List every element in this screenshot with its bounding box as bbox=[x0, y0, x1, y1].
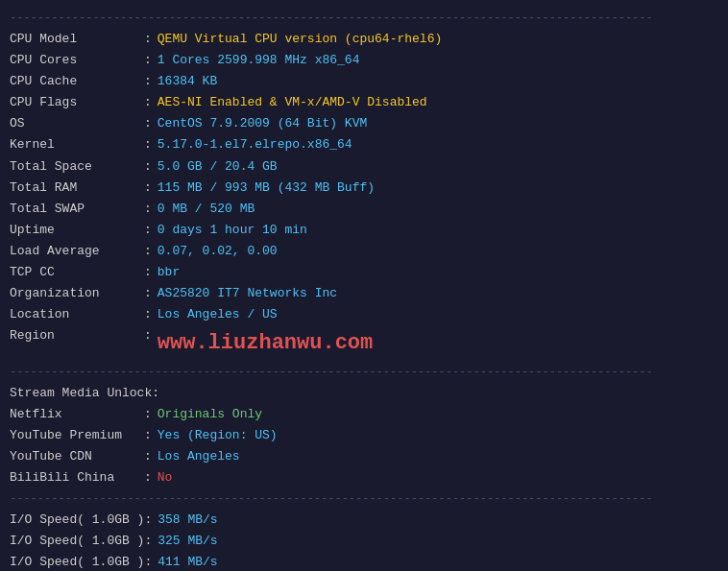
io2-colon: : bbox=[144, 531, 152, 552]
total-swap-value: 0 MB / 520 MB bbox=[158, 199, 255, 220]
io3-label: I/O Speed( 1.0GB ) bbox=[10, 552, 144, 571]
io3-row: I/O Speed( 1.0GB ) : 411 MB/s bbox=[10, 552, 718, 571]
kernel-value: 5.17.0-1.el7.elrepo.x86_64 bbox=[158, 134, 352, 155]
netflix-label: Netflix bbox=[10, 404, 144, 425]
divider-mid1: ----------------------------------------… bbox=[10, 366, 718, 379]
stream-title-label: Stream Media Unlock bbox=[10, 383, 152, 404]
bilibili-label: BiliBili China bbox=[10, 467, 144, 488]
region-colon: : bbox=[144, 325, 152, 361]
total-space-row: Total Space : 5.0 GB / 20.4 GB bbox=[10, 156, 718, 178]
cpu-cache-row: CPU Cache : 16384 KB bbox=[10, 71, 718, 92]
youtube-cdn-label: YouTube CDN bbox=[10, 446, 144, 467]
io1-value: 358 MB/s bbox=[158, 510, 217, 531]
io3-value: 411 MB/s bbox=[158, 552, 217, 571]
tcp-cc-row: TCP CC : bbr bbox=[10, 262, 718, 283]
total-ram-value: 115 MB / 993 MB (432 MB Buff) bbox=[158, 178, 375, 199]
kernel-label: Kernel bbox=[10, 134, 144, 155]
org-value: AS25820 IT7 Networks Inc bbox=[158, 283, 337, 304]
io3-colon: : bbox=[144, 552, 152, 571]
cpu-cache-value: 16384 KB bbox=[158, 71, 217, 92]
os-value: CentOS 7.9.2009 (64 Bit) KVM bbox=[158, 113, 367, 134]
tcp-cc-colon: : bbox=[144, 262, 152, 283]
uptime-value: 0 days 1 hour 10 min bbox=[158, 220, 307, 241]
load-avg-row: Load Average : 0.07, 0.02, 0.00 bbox=[10, 241, 718, 262]
cpu-model-value: QEMU Virtual CPU version (cpu64-rhel6) bbox=[158, 29, 442, 50]
stream-title-colon: : bbox=[152, 383, 159, 404]
total-ram-label: Total RAM bbox=[10, 178, 144, 199]
cpu-cores-row: CPU Cores : 1 Cores 2599.998 MHz x86_64 bbox=[10, 50, 718, 71]
kernel-colon: : bbox=[144, 134, 152, 155]
load-avg-colon: : bbox=[144, 241, 152, 262]
youtube-premium-value: Yes (Region: US) bbox=[158, 425, 278, 446]
youtube-premium-colon: : bbox=[144, 425, 152, 446]
youtube-cdn-value: Los Angeles bbox=[158, 446, 240, 467]
region-row: Region : www.liuzhanwu.com bbox=[10, 325, 718, 361]
location-label: Location bbox=[10, 304, 144, 325]
os-row: OS : CentOS 7.9.2009 (64 Bit) KVM bbox=[10, 113, 718, 134]
youtube-cdn-colon: : bbox=[144, 446, 152, 467]
total-ram-row: Total RAM : 115 MB / 993 MB (432 MB Buff… bbox=[10, 178, 718, 199]
location-colon: : bbox=[144, 304, 152, 325]
os-colon: : bbox=[144, 113, 152, 134]
total-ram-colon: : bbox=[144, 178, 152, 199]
cpu-flags-colon: : bbox=[144, 92, 152, 113]
org-row: Organization : AS25820 IT7 Networks Inc bbox=[10, 283, 718, 304]
org-colon: : bbox=[144, 283, 152, 304]
bilibili-row: BiliBili China : No bbox=[10, 467, 718, 488]
total-swap-colon: : bbox=[144, 199, 152, 220]
netflix-value: Originals Only bbox=[158, 404, 262, 425]
cpu-flags-value: AES-NI Enabled & VM-x/AMD-V Disabled bbox=[158, 92, 427, 113]
bilibili-value: No bbox=[158, 467, 173, 488]
io-section: I/O Speed( 1.0GB ) : 358 MB/s I/O Speed(… bbox=[10, 510, 718, 571]
location-row: Location : Los Angeles / US bbox=[10, 304, 718, 325]
cpu-cores-value: 1 Cores 2599.998 MHz x86_64 bbox=[158, 50, 360, 71]
location-value: Los Angeles / US bbox=[158, 304, 278, 325]
region-watermark: www.liuzhanwu.com bbox=[158, 325, 373, 361]
total-swap-label: Total SWAP bbox=[10, 199, 144, 220]
cpu-flags-row: CPU Flags : AES-NI Enabled & VM-x/AMD-V … bbox=[10, 92, 718, 113]
uptime-label: Uptime bbox=[10, 220, 144, 241]
cpu-model-row: CPU Model : QEMU Virtual CPU version (cp… bbox=[10, 29, 718, 50]
io2-row: I/O Speed( 1.0GB ) : 325 MB/s bbox=[10, 531, 718, 552]
org-label: Organization bbox=[10, 283, 144, 304]
tcp-cc-label: TCP CC bbox=[10, 262, 144, 283]
io1-label: I/O Speed( 1.0GB ) bbox=[10, 510, 144, 531]
io2-value: 325 MB/s bbox=[158, 531, 217, 552]
divider-top: ----------------------------------------… bbox=[10, 12, 718, 25]
total-swap-row: Total SWAP : 0 MB / 520 MB bbox=[10, 199, 718, 220]
total-space-colon: : bbox=[144, 156, 152, 178]
load-avg-label: Load Average bbox=[10, 241, 144, 262]
youtube-premium-row: YouTube Premium : Yes (Region: US) bbox=[10, 425, 718, 446]
load-avg-value: 0.07, 0.02, 0.00 bbox=[158, 241, 278, 262]
cpu-cores-label: CPU Cores bbox=[10, 50, 144, 71]
total-space-value: 5.0 GB / 20.4 GB bbox=[158, 156, 278, 178]
io1-row: I/O Speed( 1.0GB ) : 358 MB/s bbox=[10, 510, 718, 531]
cpu-model-colon: : bbox=[144, 29, 152, 50]
cpu-cache-colon: : bbox=[144, 71, 152, 92]
netflix-row: Netflix : Originals Only bbox=[10, 404, 718, 425]
netflix-colon: : bbox=[144, 404, 152, 425]
kernel-row: Kernel : 5.17.0-1.el7.elrepo.x86_64 bbox=[10, 134, 718, 155]
os-label: OS bbox=[10, 113, 144, 134]
total-space-label: Total Space bbox=[10, 156, 144, 178]
youtube-premium-label: YouTube Premium bbox=[10, 425, 144, 446]
tcp-cc-value: bbr bbox=[158, 262, 180, 283]
io1-colon: : bbox=[144, 510, 152, 531]
io2-label: I/O Speed( 1.0GB ) bbox=[10, 531, 144, 552]
cpu-cache-label: CPU Cache bbox=[10, 71, 144, 92]
uptime-row: Uptime : 0 days 1 hour 10 min bbox=[10, 220, 718, 241]
cpu-flags-label: CPU Flags bbox=[10, 92, 144, 113]
stream-section: Stream Media Unlock : Netflix : Original… bbox=[10, 383, 718, 488]
bilibili-colon: : bbox=[144, 467, 152, 488]
cpu-cores-colon: : bbox=[144, 50, 152, 71]
sysinfo-section: CPU Model : QEMU Virtual CPU version (cp… bbox=[10, 29, 718, 362]
stream-title-row: Stream Media Unlock : bbox=[10, 383, 718, 404]
region-label: Region bbox=[10, 325, 144, 361]
youtube-cdn-row: YouTube CDN : Los Angeles bbox=[10, 446, 718, 467]
cpu-model-label: CPU Model bbox=[10, 29, 144, 50]
divider-mid2: ----------------------------------------… bbox=[10, 492, 718, 506]
uptime-colon: : bbox=[144, 220, 152, 241]
